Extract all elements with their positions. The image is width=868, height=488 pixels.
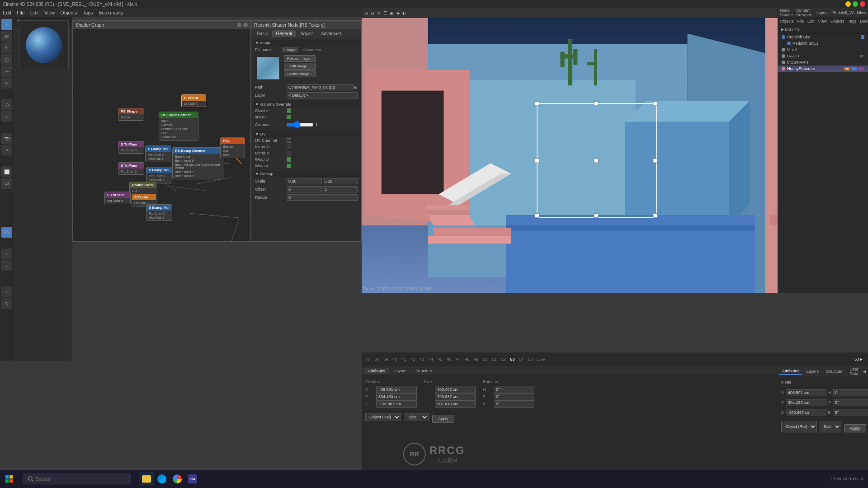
- obj-redshift-sky[interactable]: Redshift Sky: [778, 34, 868, 40]
- offset-y-input[interactable]: [323, 186, 358, 192]
- minimize-button[interactable]: [845, 1, 851, 7]
- vp-cameras-btn[interactable]: ⊞: [364, 11, 368, 15]
- tool-camera[interactable]: 📷: [1, 133, 12, 144]
- node-triplanar-3[interactable]: S TriPlanr Put Color 0: [104, 192, 131, 204]
- bp-tab-layers[interactable]: Layers: [391, 368, 410, 374]
- obj-housy-structure[interactable]: HousyStrucutre RS: [778, 66, 868, 72]
- size-mode-select[interactable]: Size Scale: [405, 413, 429, 421]
- obj-toolbar-item-4[interactable]: View: [818, 19, 827, 23]
- shader-graph-canvas[interactable]: S Textur Ut Color 0 RS Color Correct Inp…: [73, 29, 250, 241]
- obj-toolbar-item-7[interactable]: Bookmarks: [860, 19, 868, 23]
- timeline[interactable]: 37 38 39 40 41 42 43 44 45 46 47 48 49 5…: [362, 352, 868, 366]
- obj-toolbar-item-5[interactable]: Objects: [830, 19, 844, 23]
- ap-tab-userdata[interactable]: User Data: [847, 366, 861, 377]
- vp-filter-btn[interactable]: ☰: [383, 11, 387, 15]
- image-section-title[interactable]: ▼ Image: [253, 40, 359, 46]
- pos-z-input[interactable]: [376, 400, 417, 408]
- shader-checkbox[interactable]: [287, 108, 291, 113]
- tool-light[interactable]: ☀: [1, 145, 12, 155]
- menu-edit2[interactable]: Edit: [30, 10, 39, 15]
- size-y-input[interactable]: [435, 393, 476, 400]
- lights-section-title[interactable]: ▶ LIGHTS: [778, 25, 868, 33]
- apply-button[interactable]: Apply: [432, 415, 454, 423]
- ap-back-btn[interactable]: ◀: [863, 369, 866, 374]
- tl-frame-47[interactable]: 47: [454, 357, 462, 361]
- obj-toolbar-item-3[interactable]: Edit: [807, 19, 815, 23]
- node-triplanar-1[interactable]: S TriPlanr Put Color 0: [118, 141, 144, 154]
- redshift-icon[interactable]: RS: [1, 227, 12, 238]
- tool-scale[interactable]: ⊞: [1, 31, 12, 42]
- tl-frame-39[interactable]: 39: [382, 357, 390, 361]
- object-rel-select[interactable]: Object (Rel) World: [365, 413, 401, 421]
- node-bump-blender[interactable]: RS Bump Blender Base Input Bump Input 0 …: [172, 147, 224, 179]
- menu-tags[interactable]: Tags: [83, 10, 93, 15]
- ap-tab-attributes[interactable]: Attributes: [779, 368, 802, 375]
- node-round-corners[interactable]: Round Corn Out 1: [129, 182, 156, 194]
- size-z-input[interactable]: [435, 400, 476, 408]
- tl-frame-42[interactable]: 42: [409, 357, 417, 361]
- sg-min-btn[interactable]: [243, 23, 248, 27]
- menu-edit[interactable]: Edit: [3, 10, 11, 15]
- attr-apply-btn[interactable]: Apply: [844, 424, 866, 432]
- start-button[interactable]: [0, 470, 18, 488]
- node-bump-1[interactable]: S Bump Md Put Color 0 Htop Out 1: [145, 145, 171, 162]
- attr-x-input[interactable]: [786, 389, 826, 396]
- wrap-v-checkbox[interactable]: [287, 164, 291, 168]
- gamma-slider[interactable]: [287, 121, 314, 128]
- uv-section-title[interactable]: ▼ UV: [253, 131, 359, 137]
- node-rs-material[interactable]: RS1 Shader Out Emit: [220, 137, 245, 158]
- vp-perspective-btn[interactable]: ◈: [396, 11, 400, 15]
- tl-frame-55[interactable]: 55: [526, 357, 534, 361]
- gamma-section-title[interactable]: ▼ Gamma Override: [253, 101, 359, 108]
- tl-frame-45[interactable]: 45: [436, 357, 444, 361]
- ap-tab-layers[interactable]: Layers: [804, 368, 821, 375]
- size-x-input[interactable]: [435, 386, 476, 393]
- attr-h-input[interactable]: [833, 389, 868, 396]
- taskbar-icon-chrome[interactable]: [170, 472, 184, 486]
- tab-image[interactable]: Image: [282, 47, 298, 52]
- mirror-v-checkbox[interactable]: [287, 151, 291, 155]
- uv-channel-checkbox[interactable]: [287, 138, 291, 143]
- tl-frame-51[interactable]: 51: [490, 357, 498, 361]
- obj-mograph[interactable]: MOGRAPH: [778, 59, 868, 66]
- tool-select[interactable]: ▢: [1, 54, 12, 65]
- tl-frame-37[interactable]: 37: [363, 357, 372, 361]
- srgb-checkbox[interactable]: [287, 115, 291, 119]
- bp-tab-attributes[interactable]: Attributes: [364, 368, 389, 374]
- node-ps-shape[interactable]: PS Shape Texture: [118, 108, 144, 121]
- taskbar-icon-cinema4d[interactable]: C4: [185, 472, 200, 486]
- attr-z-input[interactable]: [786, 409, 826, 416]
- obj-toolbar-item-2[interactable]: File: [797, 19, 804, 23]
- vp-display-btn[interactable]: ⊟: [371, 11, 374, 15]
- taskbar-search-box[interactable]: [23, 474, 131, 484]
- remap-section-title[interactable]: ▼ Remap: [253, 171, 359, 177]
- tl-frame-38[interactable]: 38: [373, 357, 381, 361]
- ap-tab-structure[interactable]: Structure: [823, 368, 845, 375]
- vp-shading-btn[interactable]: ◐: [402, 11, 406, 15]
- tool-spline[interactable]: ∿: [1, 111, 12, 122]
- tl-frame-54[interactable]: 54: [517, 357, 525, 361]
- taskbar-icon-edge[interactable]: [155, 472, 169, 486]
- tl-frame-48[interactable]: 48: [463, 357, 471, 361]
- scale-x-input[interactable]: [287, 178, 322, 184]
- edit-image-btn[interactable]: Edit Image...: [284, 63, 316, 70]
- attr-y-input[interactable]: [786, 399, 826, 406]
- tab-animation[interactable]: Animation: [300, 47, 324, 52]
- node-rs-texture[interactable]: S Textur Ut Color 0: [181, 94, 206, 107]
- obj-cacti[interactable]: CACTI RS: [778, 53, 868, 59]
- bp-tab-structure[interactable]: Structure: [412, 368, 436, 374]
- obj-redshift-sky-1[interactable]: Redshift Sky.1: [778, 40, 868, 47]
- taskbar-icon-file-explorer[interactable]: [139, 472, 154, 486]
- tl-frame-43[interactable]: 43: [418, 357, 426, 361]
- offset-x-input[interactable]: [287, 186, 322, 192]
- scale-y-input[interactable]: [323, 178, 358, 184]
- tool-poly[interactable]: ⬡: [1, 99, 12, 110]
- node-bump-2[interactable]: S Bump Md Put Color 0 Htop Out 1: [146, 167, 172, 183]
- wrap-u-checkbox[interactable]: [287, 157, 291, 162]
- tool-knife[interactable]: ✂: [1, 78, 12, 89]
- tool-d[interactable]: ▽: [1, 298, 12, 309]
- menu-objects[interactable]: Objects: [60, 10, 77, 15]
- node-bump-3[interactable]: S Bump Md Put Color 0 Htop Out 1: [146, 204, 172, 221]
- tool-paint[interactable]: ✏: [1, 66, 12, 77]
- tl-frame-44[interactable]: 44: [427, 357, 435, 361]
